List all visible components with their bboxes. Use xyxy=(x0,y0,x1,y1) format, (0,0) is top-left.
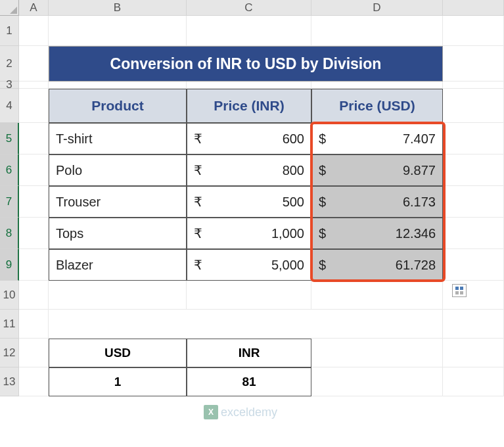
cell-inr-0[interactable]: ₹ 600 xyxy=(187,123,311,154)
row-header-7[interactable]: 7 xyxy=(0,186,19,218)
cell-D13[interactable] xyxy=(311,367,443,396)
main-header-price-inr[interactable]: Price (INR) xyxy=(187,89,311,123)
cell-E1[interactable] xyxy=(443,16,504,46)
inr-symbol: ₹ xyxy=(194,225,202,241)
row-header-12[interactable]: 12 xyxy=(0,339,19,367)
col-header-C[interactable]: C xyxy=(187,0,311,16)
conv-header-inr[interactable]: INR xyxy=(187,339,311,367)
cell-C3[interactable] xyxy=(187,82,311,89)
cell-A7[interactable] xyxy=(19,186,49,218)
row-header-2[interactable]: 2 xyxy=(0,46,19,82)
cell-product-4[interactable]: Blazer xyxy=(49,249,187,281)
cell-A8[interactable] xyxy=(19,218,49,249)
inr-value: 1,000 xyxy=(271,226,304,241)
cell-product-3[interactable]: Tops xyxy=(49,218,187,249)
spreadsheet-grid: A B C D 1 2 3 4 5 6 7 8 9 10 11 12 13 Co… xyxy=(0,0,504,396)
autofill-icon xyxy=(455,286,464,295)
cell-A1[interactable] xyxy=(19,16,49,46)
cell-C10[interactable] xyxy=(187,281,311,310)
inr-value: 600 xyxy=(283,131,304,147)
usd-value: 7.407 xyxy=(403,131,436,147)
col-header-D[interactable]: D xyxy=(311,0,443,16)
cell-A5[interactable] xyxy=(19,123,49,154)
cell-E6[interactable] xyxy=(443,154,504,186)
row-header-4[interactable]: 4 xyxy=(0,89,19,123)
cell-usd-2[interactable]: $ 6.173 xyxy=(311,186,443,218)
conv-value-inr[interactable]: 81 xyxy=(187,367,311,396)
cell-E11[interactable] xyxy=(443,310,504,339)
usd-symbol: $ xyxy=(319,163,326,178)
inr-symbol: ₹ xyxy=(194,194,202,210)
row-header-5[interactable]: 5 xyxy=(0,123,19,154)
col-header-B[interactable]: B xyxy=(49,0,187,16)
cell-product-1[interactable]: Polo xyxy=(49,154,187,186)
cell-inr-2[interactable]: ₹ 500 xyxy=(187,186,311,218)
inr-value: 5,000 xyxy=(271,258,304,273)
cell-D11[interactable] xyxy=(311,310,443,339)
row-header-10[interactable]: 10 xyxy=(0,281,19,310)
cell-usd-3[interactable]: $ 12.346 xyxy=(311,218,443,249)
cell-A9[interactable] xyxy=(19,249,49,281)
cell-usd-0[interactable]: $ 7.407 xyxy=(311,123,443,154)
cell-A4[interactable] xyxy=(19,89,49,123)
cell-C1[interactable] xyxy=(187,16,311,46)
cell-product-0[interactable]: T-shirt xyxy=(49,123,187,154)
watermark-text: exceldemy xyxy=(221,406,277,419)
cell-inr-3[interactable]: ₹ 1,000 xyxy=(187,218,311,249)
cell-E2[interactable] xyxy=(443,46,504,82)
inr-value: 800 xyxy=(283,163,304,178)
usd-symbol: $ xyxy=(319,226,326,241)
row-header-6[interactable]: 6 xyxy=(0,154,19,186)
conv-header-usd[interactable]: USD xyxy=(49,339,187,367)
cell-A3[interactable] xyxy=(19,82,49,89)
cell-E4[interactable] xyxy=(443,89,504,123)
cell-inr-4[interactable]: ₹ 5,000 xyxy=(187,249,311,281)
cell-usd-1[interactable]: $ 9.877 xyxy=(311,154,443,186)
cell-E13[interactable] xyxy=(443,367,504,396)
cell-E9[interactable] xyxy=(443,249,504,281)
cell-E7[interactable] xyxy=(443,186,504,218)
cell-inr-1[interactable]: ₹ 800 xyxy=(187,154,311,186)
cell-D3[interactable] xyxy=(311,82,443,89)
cell-B1[interactable] xyxy=(49,16,187,46)
cell-usd-4[interactable]: $ 61.728 xyxy=(311,249,443,281)
cell-E12[interactable] xyxy=(443,339,504,367)
title-banner[interactable]: Conversion of INR to USD by Division xyxy=(49,46,443,82)
row-header-3[interactable]: 3 xyxy=(0,82,19,89)
cell-D12[interactable] xyxy=(311,339,443,367)
cell-product-2[interactable]: Trouser xyxy=(49,186,187,218)
cell-E3[interactable] xyxy=(443,82,504,89)
inr-symbol: ₹ xyxy=(194,257,202,273)
conv-value-usd[interactable]: 1 xyxy=(49,367,187,396)
svg-rect-0 xyxy=(455,287,459,290)
col-header-A[interactable]: A xyxy=(19,0,49,16)
cell-B3[interactable] xyxy=(49,82,187,89)
autofill-options-button[interactable] xyxy=(452,284,467,297)
cell-D10[interactable] xyxy=(311,281,443,310)
row-header-11[interactable]: 11 xyxy=(0,310,19,339)
cell-A12[interactable] xyxy=(19,339,49,367)
row-header-8[interactable]: 8 xyxy=(0,218,19,249)
cell-A11[interactable] xyxy=(19,310,49,339)
inr-symbol: ₹ xyxy=(194,162,202,178)
usd-symbol: $ xyxy=(319,131,326,147)
excel-logo-icon: X xyxy=(204,405,218,419)
row-header-1[interactable]: 1 xyxy=(0,16,19,46)
conv-inr-number: 81 xyxy=(242,375,256,389)
cell-A2[interactable] xyxy=(19,46,49,82)
col-header-blank[interactable] xyxy=(443,0,504,16)
main-header-price-usd[interactable]: Price (USD) xyxy=(311,89,443,123)
row-header-13[interactable]: 13 xyxy=(0,367,19,396)
usd-value: 61.728 xyxy=(396,258,436,273)
cell-E8[interactable] xyxy=(443,218,504,249)
select-all-corner[interactable] xyxy=(0,0,19,16)
cell-D1[interactable] xyxy=(311,16,443,46)
inr-value: 500 xyxy=(283,195,304,210)
cell-A6[interactable] xyxy=(19,154,49,186)
main-header-product[interactable]: Product xyxy=(49,89,187,123)
cell-E5[interactable] xyxy=(443,123,504,154)
cell-B10[interactable] xyxy=(49,281,187,310)
cell-A13[interactable] xyxy=(19,367,49,396)
row-header-9[interactable]: 9 xyxy=(0,249,19,281)
cell-A10[interactable] xyxy=(19,281,49,310)
